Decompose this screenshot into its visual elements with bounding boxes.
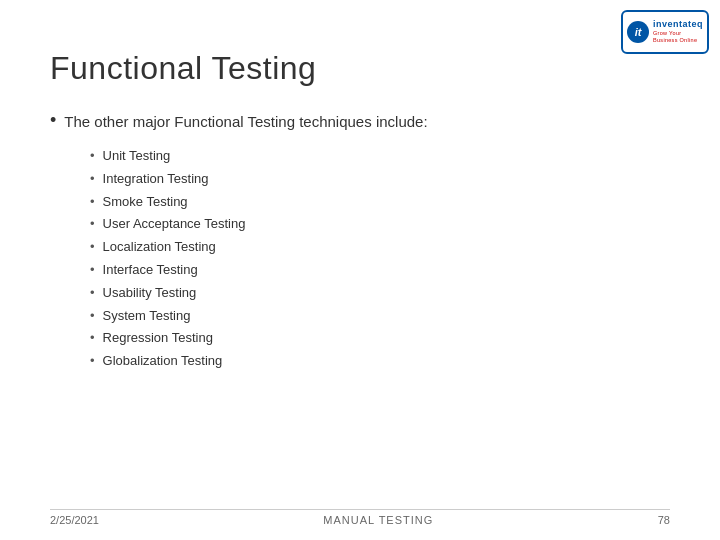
slide-title: Functional Testing (50, 50, 670, 87)
sub-bullet-text: Globalization Testing (103, 351, 223, 372)
logo-area: it inventateq Grow Your Business Online (620, 8, 710, 56)
sub-bullet-text: Integration Testing (103, 169, 209, 190)
footer: 2/25/2021 MANUAL TESTING 78 (0, 514, 720, 526)
list-item: • Usability Testing (90, 283, 670, 304)
bullet-dot: • (90, 192, 95, 213)
list-item: • System Testing (90, 306, 670, 327)
bullet-dot: • (90, 306, 95, 327)
logo-main-text: inventateq (653, 20, 703, 30)
sub-bullet-text: User Acceptance Testing (103, 214, 246, 235)
main-bullet-dot: • (50, 111, 56, 131)
sub-bullet-text: Unit Testing (103, 146, 171, 167)
list-item: • Unit Testing (90, 146, 670, 167)
list-item: • Interface Testing (90, 260, 670, 281)
list-item: • Smoke Testing (90, 192, 670, 213)
footer-date: 2/25/2021 (50, 514, 99, 526)
logo-text-area: inventateq Grow Your Business Online (653, 20, 703, 43)
bullet-dot: • (90, 237, 95, 258)
sub-bullet-text: Regression Testing (103, 328, 213, 349)
list-item: • Regression Testing (90, 328, 670, 349)
sub-bullet-text: Smoke Testing (103, 192, 188, 213)
main-bullet: • The other major Functional Testing tec… (50, 111, 670, 132)
list-item: • Integration Testing (90, 169, 670, 190)
sub-bullet-text: Interface Testing (103, 260, 198, 281)
list-item: • Localization Testing (90, 237, 670, 258)
logo-sub-text: Grow Your Business Online (653, 30, 703, 43)
list-item: • User Acceptance Testing (90, 214, 670, 235)
slide: it inventateq Grow Your Business Online … (0, 0, 720, 540)
sub-bullets-list: • Unit Testing • Integration Testing • S… (90, 146, 670, 372)
bullet-dot: • (90, 260, 95, 281)
list-item: • Globalization Testing (90, 351, 670, 372)
sub-bullet-text: Localization Testing (103, 237, 216, 258)
bullet-dot: • (90, 169, 95, 190)
bullet-dot: • (90, 214, 95, 235)
bullet-dot: • (90, 283, 95, 304)
logo-icon: it (627, 21, 649, 43)
logo-box: it inventateq Grow Your Business Online (621, 10, 709, 54)
footer-center-text: MANUAL TESTING (323, 514, 433, 526)
sub-bullet-text: Usability Testing (103, 283, 197, 304)
bullet-dot: • (90, 146, 95, 167)
bullet-dot: • (90, 351, 95, 372)
footer-page-number: 78 (658, 514, 670, 526)
bullet-dot: • (90, 328, 95, 349)
sub-bullet-text: System Testing (103, 306, 191, 327)
logo-icon-text: it (635, 26, 642, 38)
footer-divider (50, 509, 670, 510)
main-bullet-text: The other major Functional Testing techn… (64, 111, 427, 132)
